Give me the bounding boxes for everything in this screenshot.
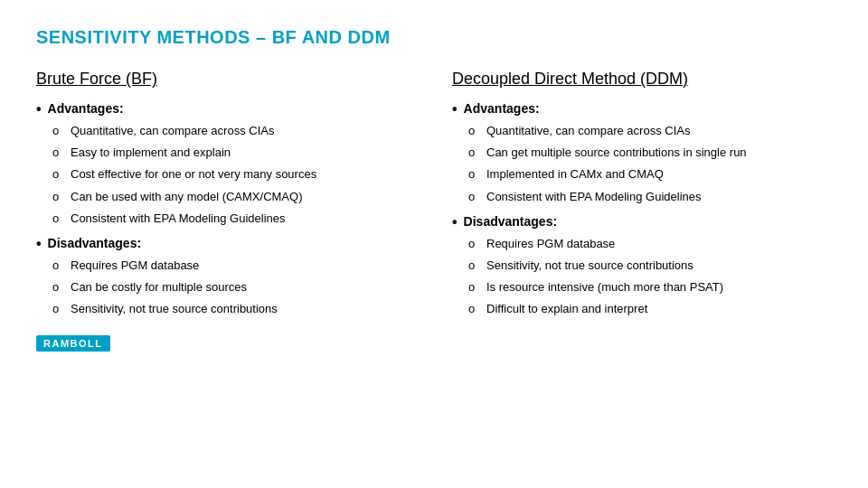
list-item: Easy to implement and explain	[52, 145, 416, 161]
ramboll-logo: RAMBOLL	[36, 335, 110, 352]
page-title: SENSITIVITY METHODS – BF AND DDM	[36, 27, 832, 48]
section-label-ddm-0: Advantages:	[452, 101, 832, 117]
list-item: Requires PGM database	[468, 236, 832, 252]
section-label-ddm-1: Disadvantages:	[452, 214, 832, 230]
list-item: Consistent with EPA Modeling Guidelines	[52, 211, 416, 227]
list-item: Difficult to explain and interpret	[468, 301, 832, 317]
section-ddm-1: Disadvantages:Requires PGM databaseSensi…	[452, 214, 832, 318]
list-item: Cost effective for one or not very many …	[52, 166, 416, 183]
section-bf-0: Advantages:Quantitative, can compare acr…	[36, 101, 416, 227]
list-item: Is resource intensive (much more than PS…	[468, 279, 832, 296]
logo-bar: RAMBOLL	[36, 334, 416, 352]
section-label-bf-1: Disadvantages:	[36, 236, 416, 252]
list-item: Can be used with any model (CAMX/CMAQ)	[52, 189, 416, 205]
list-item: Quantitative, can compare across CIAs	[52, 123, 416, 139]
column-bf: Brute Force (BF)Advantages:Quantitative,…	[36, 70, 416, 352]
list-item: Requires PGM database	[52, 258, 416, 274]
list-item: Sensitivity, not true source contributio…	[468, 258, 832, 274]
content-columns: Brute Force (BF)Advantages:Quantitative,…	[36, 70, 832, 352]
section-ddm-0: Advantages:Quantitative, can compare acr…	[452, 101, 832, 205]
sub-list-bf-1: Requires PGM databaseCan be costly for m…	[36, 258, 416, 318]
list-item: Sensitivity, not true source contributio…	[52, 301, 416, 317]
col-title-bf: Brute Force (BF)	[36, 70, 416, 89]
sub-list-ddm-1: Requires PGM databaseSensitivity, not tr…	[452, 236, 832, 318]
column-ddm: Decoupled Direct Method (DDM)Advantages:…	[452, 70, 832, 352]
section-bf-1: Disadvantages:Requires PGM databaseCan b…	[36, 236, 416, 318]
sub-list-bf-0: Quantitative, can compare across CIAsEas…	[36, 123, 416, 227]
list-item: Can be costly for multiple sources	[52, 279, 416, 296]
list-item: Can get multiple source contributions in…	[468, 145, 832, 161]
sub-list-ddm-0: Quantitative, can compare across CIAsCan…	[452, 123, 832, 205]
list-item: Implemented in CAMx and CMAQ	[468, 166, 832, 183]
list-item: Consistent with EPA Modeling Guidelines	[468, 189, 832, 205]
section-label-bf-0: Advantages:	[36, 101, 416, 117]
col-title-ddm: Decoupled Direct Method (DDM)	[452, 70, 832, 89]
list-item: Quantitative, can compare across CIAs	[468, 123, 832, 139]
